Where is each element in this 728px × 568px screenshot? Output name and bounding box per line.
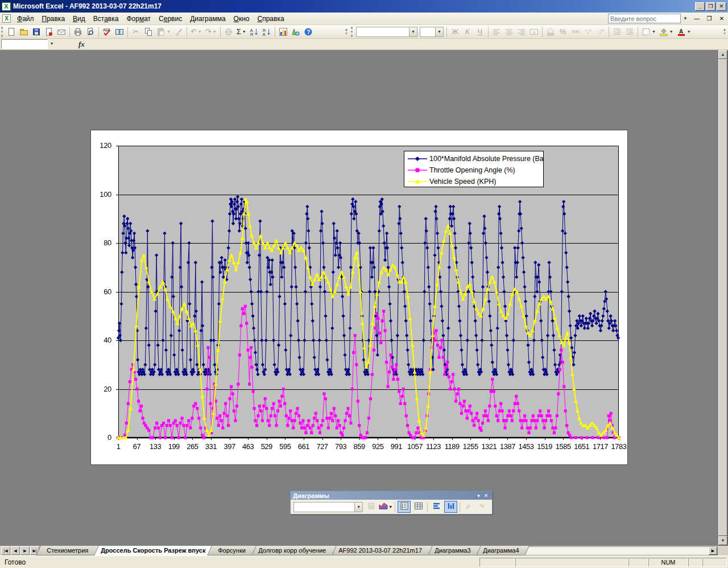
svg-text:ab: ab: [479, 502, 486, 509]
mail-button[interactable]: [56, 26, 67, 38]
chart-plot-canvas[interactable]: [91, 130, 627, 464]
align-right-icon: [517, 27, 526, 36]
toolbar-grip-2[interactable]: [351, 27, 354, 37]
scroll-up-icon[interactable]: ▲: [718, 50, 727, 59]
chart[interactable]: 020406080100120 167133199265331397463529…: [91, 130, 627, 464]
copy-button[interactable]: [143, 26, 154, 38]
font-size-combo[interactable]: ▼: [420, 27, 444, 37]
paste-button: ▼: [155, 26, 172, 38]
workbook-icon[interactable]: X: [2, 14, 11, 23]
toolbar-row: АБВ✂▼↶▼↷▼Σ▼АЯЯА? ▾» ▼▼ЖКЧа%000⁺٫⁰⁻٫⁰⁰▼▼А…: [0, 25, 728, 39]
help-icon: ?: [304, 27, 313, 36]
font-dropdown-icon[interactable]: ▼: [409, 27, 417, 36]
menu-файл[interactable]: Файл: [13, 13, 38, 24]
help-button[interactable]: ?: [303, 26, 314, 38]
fill-color-button[interactable]: ▼: [658, 26, 675, 38]
svg-text:Я: Я: [250, 32, 253, 36]
chart-wizard-button[interactable]: [278, 26, 289, 38]
fill-color-dropdown-icon[interactable]: ▼: [669, 30, 673, 34]
sort-descending-button[interactable]: ЯА: [261, 26, 272, 38]
prev-sheet-icon[interactable]: ◀: [11, 546, 20, 555]
spelling-button[interactable]: АБВ: [101, 26, 113, 38]
chart-toolbar-titlebar[interactable]: Диаграммы ▾ ✕: [291, 491, 492, 500]
sheet-tab-3[interactable]: Форсунки: [208, 546, 257, 555]
name-box-dropdown-icon[interactable]: ▼: [48, 39, 56, 49]
sheet-tab-5[interactable]: AF992 2013-03-07 22h21m17: [328, 546, 432, 555]
sheet-tab-2[interactable]: Дроссель Скорость Разреж впуск: [90, 546, 216, 555]
vertical-scrollbar[interactable]: ▲ ▼: [718, 50, 727, 545]
question-input[interactable]: [608, 14, 681, 23]
close-button[interactable]: ✕: [717, 2, 726, 11]
menu-правка[interactable]: Правка: [38, 13, 69, 24]
undo-dropdown-icon[interactable]: ▼: [198, 30, 202, 34]
borders-dropdown-icon[interactable]: ▼: [652, 30, 656, 34]
permission-button[interactable]: [43, 26, 55, 38]
new-button[interactable]: [6, 26, 17, 38]
menu-вставка[interactable]: Вставка: [89, 13, 123, 24]
sheet-tab-6[interactable]: Диаграмма3: [424, 546, 481, 555]
chart-type-button[interactable]: ▼: [379, 501, 392, 513]
format-selected-button: [365, 501, 378, 513]
font-color-dropdown-icon[interactable]: ▼: [687, 30, 691, 34]
chart-objects-dropdown-icon[interactable]: ▼: [354, 503, 362, 512]
data-table-button[interactable]: [412, 501, 425, 513]
autosum-dropdown-icon[interactable]: ▼: [242, 30, 246, 34]
font-combo[interactable]: ▼: [356, 27, 417, 37]
menu-справка[interactable]: Справка: [254, 13, 288, 24]
save-icon: [32, 27, 41, 36]
borders-button[interactable]: ▼: [640, 26, 657, 38]
by-rows-button[interactable]: [430, 501, 443, 513]
toolbar-grip[interactable]: [1, 27, 4, 37]
autosum-button[interactable]: Σ▼: [235, 26, 247, 38]
save-button[interactable]: [31, 26, 42, 38]
menu-окно[interactable]: Окно: [230, 13, 254, 24]
menu-сервис[interactable]: Сервис: [155, 13, 186, 24]
drawing-button[interactable]: [290, 26, 301, 38]
status-panel: [479, 558, 515, 567]
print-preview-button[interactable]: [85, 26, 96, 38]
font-size-dropdown-icon[interactable]: ▼: [435, 27, 443, 36]
chart-toolbar-options-icon[interactable]: ▾: [475, 493, 482, 499]
resize-corner: [718, 546, 728, 556]
minimize-button[interactable]: _: [695, 2, 705, 11]
paste-icon: [156, 27, 166, 36]
menu-диаграмма[interactable]: Диаграмма: [186, 13, 229, 24]
by-columns-button[interactable]: [444, 501, 457, 513]
hyperlink-icon: [224, 27, 233, 36]
sheet-tab-1[interactable]: Стехиометрия: [36, 546, 99, 555]
font-color-button[interactable]: А▼: [676, 26, 692, 38]
separator: [275, 27, 275, 37]
chart-legend[interactable]: 100*Manifold Absolute Pressure (Bar)Thro…: [404, 151, 544, 187]
next-sheet-icon[interactable]: ▶: [20, 546, 30, 555]
scroll-down-icon[interactable]: ▼: [718, 536, 727, 545]
insert-function-icon[interactable]: fx: [78, 40, 85, 49]
open-button[interactable]: [18, 26, 30, 38]
x-axis-label: 1783: [607, 442, 630, 451]
increase-decimal-button: ⁺٫⁰: [582, 26, 594, 38]
chart-objects-combo[interactable]: ▼: [293, 502, 363, 512]
research-button[interactable]: [114, 26, 125, 38]
vertical-scroll-thumb[interactable]: [718, 59, 727, 536]
name-box[interactable]: [1, 39, 48, 49]
menu-вид[interactable]: Вид: [69, 13, 89, 24]
toolbar-options-icon[interactable]: ▾»: [343, 26, 350, 38]
cut-icon: ✂: [133, 28, 139, 35]
window-close-button[interactable]: ✕: [717, 14, 727, 23]
toolbar-options-2-icon[interactable]: ▾»: [721, 26, 728, 38]
question-dropdown-icon[interactable]: ▼: [683, 16, 689, 21]
sort-ascending-button[interactable]: АЯ: [249, 26, 260, 38]
sheet-tab-7[interactable]: Диаграмма4: [472, 546, 530, 555]
sheet-tab-4[interactable]: Долговр корр обучение: [247, 546, 337, 555]
menu-формат[interactable]: Формат: [122, 13, 155, 24]
chart-toolbar-close-icon[interactable]: ✕: [482, 493, 490, 499]
paste-dropdown-icon[interactable]: ▼: [167, 30, 171, 34]
window-restore-button[interactable]: ❐: [704, 14, 714, 23]
window-minimize-button[interactable]: —: [692, 14, 702, 23]
scroll-right-icon[interactable]: ▶: [709, 547, 717, 555]
redo-dropdown-icon[interactable]: ▼: [213, 30, 217, 34]
print-button[interactable]: [72, 26, 84, 38]
legend-toggle-button[interactable]: [398, 501, 411, 513]
restore-button[interactable]: ❐: [706, 2, 715, 11]
first-sheet-icon[interactable]: |◀: [1, 546, 10, 555]
horizontal-scrollbar[interactable]: ◀ ▶: [496, 546, 718, 555]
